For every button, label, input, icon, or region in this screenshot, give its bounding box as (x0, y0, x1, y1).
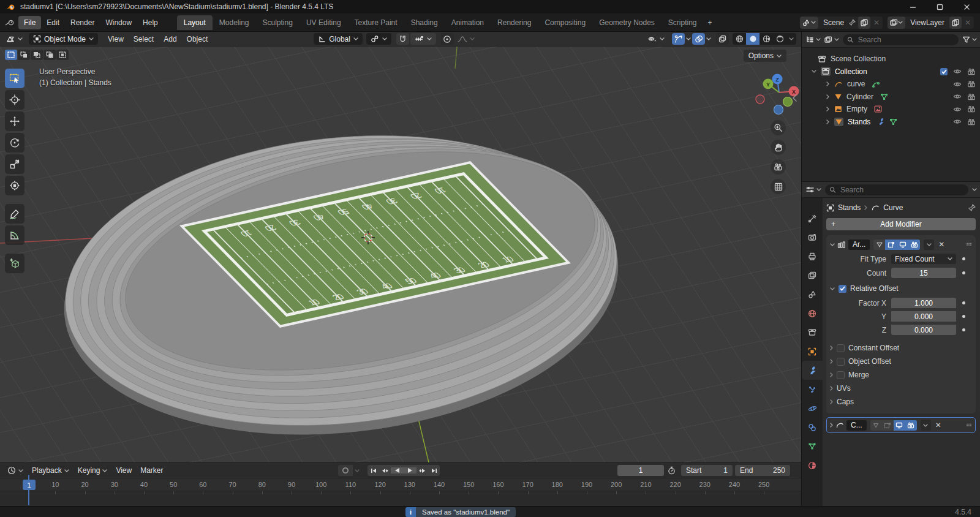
menu-add[interactable]: Add (159, 33, 181, 45)
properties-search[interactable] (825, 184, 968, 195)
array-extras-dropdown[interactable] (924, 240, 934, 250)
outliner-editor-icon[interactable] (805, 36, 821, 43)
properties-search-input[interactable] (839, 185, 964, 195)
count-field[interactable]: 15 (891, 268, 956, 278)
tool-measure[interactable] (5, 225, 24, 245)
factor-x-animate-dot[interactable] (962, 301, 965, 304)
curve-drag-handle[interactable] (966, 423, 972, 428)
select-mode-set[interactable] (5, 50, 17, 60)
shading-solid-button[interactable] (746, 33, 760, 45)
proportional-falloff-dropdown[interactable] (454, 34, 478, 44)
timeline-menu-marker[interactable]: Marker (137, 465, 167, 476)
tab-scripting[interactable]: Scripting (662, 15, 704, 30)
select-mode-extend[interactable] (18, 50, 30, 60)
tab-view-layer[interactable] (802, 266, 823, 285)
options-button[interactable]: Options (744, 50, 786, 62)
tab-object[interactable] (802, 342, 823, 361)
object-offset-section[interactable]: Object Offset (830, 355, 972, 368)
xray-toggle[interactable] (716, 33, 729, 45)
empty-expand-icon[interactable] (824, 107, 831, 111)
select-mode-invert[interactable] (43, 50, 56, 60)
relative-offset-header[interactable]: Relative Offset (830, 282, 972, 295)
properties-editor-icon[interactable] (805, 186, 821, 194)
outliner-display-mode-icon[interactable] (824, 36, 839, 43)
transform-orientation-dropdown[interactable]: Global (314, 33, 363, 45)
select-mode-subtract[interactable] (31, 50, 43, 60)
gizmos-toggle[interactable] (672, 33, 685, 45)
empty-hide-eye-icon[interactable] (953, 106, 962, 113)
toggle-ortho-icon[interactable] (771, 179, 786, 194)
array-viewport-toggle[interactable] (897, 240, 908, 250)
tab-tool[interactable] (802, 209, 823, 228)
outliner-row-curve[interactable]: curve (802, 78, 980, 91)
stopwatch-icon[interactable] (668, 466, 676, 475)
tab-scene[interactable] (802, 285, 823, 304)
tab-uv-editing[interactable]: UV Editing (300, 15, 348, 30)
tab-sculpting[interactable]: Sculpting (256, 15, 300, 30)
curve-extras-dropdown[interactable] (921, 420, 931, 431)
frame-start-field[interactable]: Start 1 (681, 465, 733, 476)
outliner-row-scene-collection[interactable]: Scene Collection (802, 53, 980, 66)
tool-select-box[interactable] (5, 69, 24, 88)
count-animate-dot[interactable] (962, 271, 965, 274)
curve-delete-icon[interactable]: ✕ (935, 421, 941, 429)
curve-render-toggle[interactable] (905, 420, 917, 431)
timeline-ruler[interactable]: 1 10203040506070809010011012013014015016… (0, 478, 801, 491)
prev-keyframe-button[interactable] (379, 468, 391, 474)
new-scene-icon[interactable] (858, 17, 870, 29)
shading-wireframe-button[interactable] (733, 33, 746, 45)
gizmos-dropdown[interactable] (685, 36, 692, 42)
outliner-row-cylinder[interactable]: Cylinder (802, 91, 980, 104)
timeline-menu-keying[interactable]: Keying (74, 465, 111, 476)
auto-keying-toggle[interactable] (338, 465, 353, 476)
constant-offset-checkbox[interactable] (837, 344, 845, 352)
jump-to-start-button[interactable] (368, 468, 379, 474)
curve-expand-icon[interactable] (824, 81, 831, 86)
tab-modifiers[interactable] (802, 361, 823, 380)
select-mode-intersect[interactable] (56, 50, 69, 60)
stands-expand-icon[interactable] (824, 119, 831, 124)
empty-label[interactable]: Empty (846, 105, 867, 113)
delete-scene-icon[interactable]: ✕ (870, 18, 883, 27)
minimize-button[interactable] (899, 0, 926, 13)
empty-render-camera-icon[interactable] (967, 105, 976, 113)
curve-modifier-panel[interactable]: C... ✕ (826, 417, 976, 433)
tab-render[interactable] (802, 228, 823, 247)
delete-viewlayer-icon[interactable]: ✕ (962, 18, 974, 27)
timeline-menu-view[interactable]: View (112, 465, 135, 476)
tab-object-data[interactable] (802, 437, 823, 456)
snap-toggle-magnet-icon[interactable] (396, 33, 409, 45)
tool-move[interactable] (5, 111, 24, 131)
cylinder-label[interactable]: Cylinder (846, 92, 873, 101)
menu-window[interactable]: Window (100, 16, 137, 29)
viewlayer-selector[interactable]: ViewLayer ✕ (888, 17, 974, 29)
array-delete-icon[interactable]: ✕ (938, 240, 944, 249)
tool-rotate[interactable] (5, 133, 24, 153)
tab-texture-paint[interactable]: Texture Paint (348, 15, 404, 30)
collection-label[interactable]: Collection (835, 67, 867, 76)
factor-y-field[interactable]: 0.000 (891, 311, 956, 322)
snap-settings-dropdown[interactable] (410, 33, 436, 45)
outliner-search[interactable] (843, 34, 959, 45)
scene-name[interactable]: Scene (818, 18, 849, 27)
proportional-edit-icon[interactable] (441, 33, 454, 45)
factor-z-animate-dot[interactable] (962, 328, 965, 331)
factor-z-field[interactable]: 0.000 (891, 325, 956, 335)
timeline-menu-playback[interactable]: Playback (28, 465, 73, 476)
tab-output[interactable] (802, 247, 823, 266)
curve-label[interactable]: curve (847, 80, 865, 88)
array-render-toggle[interactable] (908, 240, 920, 250)
cylinder-render-camera-icon[interactable] (967, 93, 976, 100)
collection-expand-icon[interactable] (810, 70, 818, 73)
menu-select[interactable]: Select (129, 33, 159, 45)
tab-constraints[interactable] (802, 418, 823, 437)
properties-options-dropdown[interactable] (972, 188, 977, 191)
collection-hide-eye-icon[interactable] (953, 68, 962, 75)
array-oncage-toggle[interactable] (885, 240, 897, 250)
zoom-icon[interactable] (771, 120, 786, 135)
tool-scale[interactable] (5, 154, 24, 174)
tab-rendering[interactable]: Rendering (491, 15, 538, 30)
tab-compositing[interactable]: Compositing (538, 15, 592, 30)
breadcrumb-data[interactable]: Curve (883, 203, 903, 212)
overlays-dropdown[interactable] (705, 36, 712, 42)
